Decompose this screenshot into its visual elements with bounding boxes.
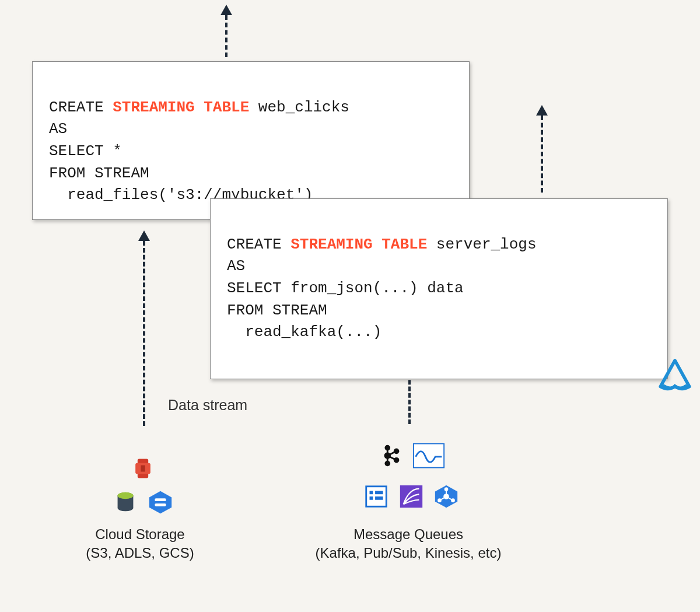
code-keyword-highlight: STREAMING TABLE xyxy=(290,236,427,253)
svg-marker-5 xyxy=(149,491,172,513)
code-text: FROM STREAM xyxy=(227,302,327,319)
svg-point-11 xyxy=(394,449,400,454)
pubsub-icon xyxy=(433,483,460,510)
svg-rect-19 xyxy=(370,496,373,500)
arrow-head-icon xyxy=(220,5,232,15)
arrow-head-icon xyxy=(138,230,150,241)
code-text: CREATE xyxy=(227,236,290,253)
arrow-line xyxy=(408,373,411,424)
cloud-storage-icons xyxy=(93,455,192,516)
adls-icon xyxy=(93,455,192,482)
code-box-server-logs: CREATE STREAMING TABLE server_logs AS SE… xyxy=(210,198,668,379)
arrow-storage-to-code xyxy=(138,230,150,426)
arrow-head-icon xyxy=(536,105,548,116)
data-stream-label: Data stream xyxy=(168,397,247,414)
s3-icon xyxy=(112,489,139,516)
svg-rect-6 xyxy=(155,498,166,501)
cloud-storage-label: Cloud Storage (S3, ADLS, GCS) xyxy=(79,525,201,563)
svg-rect-7 xyxy=(155,503,166,506)
cloud-storage-title: Cloud Storage xyxy=(79,525,201,544)
code-text: AS xyxy=(227,257,245,275)
pulsar-icon xyxy=(412,442,445,469)
svg-rect-16 xyxy=(414,443,444,467)
delta-lake-icon xyxy=(621,335,657,372)
code-text: read_kafka(...) xyxy=(227,323,382,341)
code-text: web_clicks xyxy=(249,99,349,116)
svg-rect-18 xyxy=(370,491,373,494)
svg-point-4 xyxy=(118,492,134,499)
svg-rect-20 xyxy=(375,491,383,494)
svg-rect-2 xyxy=(141,466,145,472)
gcs-icon xyxy=(147,489,174,516)
message-queue-label: Message Queues (Kafka, Pub/Sub, Kinesis,… xyxy=(298,525,519,563)
kafka-icon xyxy=(377,442,404,469)
arrow-line xyxy=(225,15,228,57)
code-text: SELECT * xyxy=(49,142,122,160)
arrow-top-right xyxy=(536,105,548,193)
code-text: FROM STREAM xyxy=(49,165,149,182)
message-queue-subtitle: (Kafka, Pub/Sub, Kinesis, etc) xyxy=(298,544,519,562)
eventhub-icon xyxy=(363,483,390,510)
arrow-line xyxy=(143,241,145,426)
message-queue-title: Message Queues xyxy=(298,525,519,544)
code-box-web-clicks: CREATE STREAMING TABLE web_clicks AS SEL… xyxy=(32,61,470,220)
kinesis-icon xyxy=(398,483,425,510)
cloud-storage-subtitle: (S3, ADLS, GCS) xyxy=(79,544,201,562)
svg-point-12 xyxy=(394,457,400,463)
code-text: server_logs xyxy=(427,236,536,253)
code-text: SELECT from_json(...) data xyxy=(227,279,464,297)
code-text: CREATE xyxy=(49,99,113,116)
code-keyword-highlight: STREAMING TABLE xyxy=(113,99,249,116)
code-text: AS xyxy=(49,120,67,138)
message-queue-icons xyxy=(335,442,487,510)
arrow-top-left xyxy=(220,5,232,57)
svg-rect-21 xyxy=(375,496,383,500)
arrow-line xyxy=(541,116,543,193)
